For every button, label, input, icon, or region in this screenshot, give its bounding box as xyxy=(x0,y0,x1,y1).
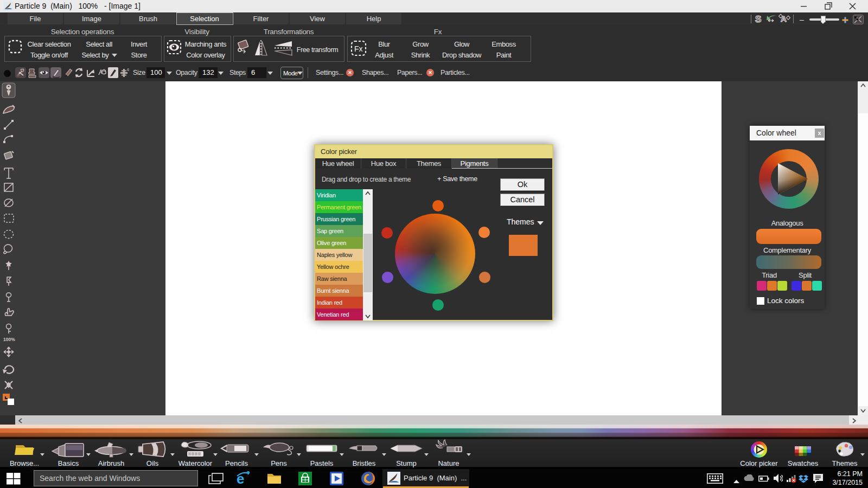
svg-text:100%: 100% xyxy=(3,337,15,342)
svg-text:S: S xyxy=(755,14,761,24)
svg-text:Fx: Fx xyxy=(354,44,363,53)
